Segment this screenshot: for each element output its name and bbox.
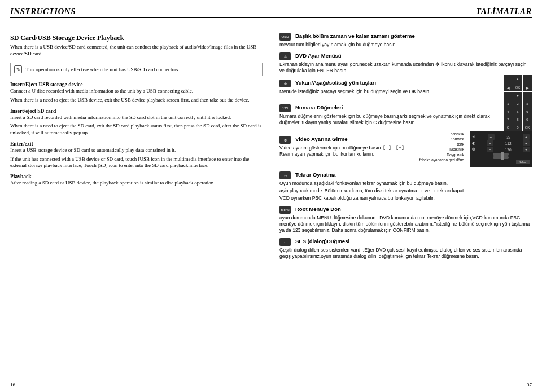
dpad-blank <box>523 92 532 100</box>
video-p: Video ayarını göstermek için bu düğmeye … <box>279 145 419 157</box>
dpad-left: ◀ <box>504 83 513 91</box>
dir-p: Menüde istediğiniz parçayı seçmek için b… <box>279 89 499 95</box>
dpad-up: ▲ <box>513 75 522 83</box>
minus-icon: − <box>487 147 493 152</box>
s3-title: Enter/exit <box>10 141 263 147</box>
s4-title: Playback <box>10 174 263 179</box>
vp-v2: 112 <box>505 142 512 146</box>
footer: 16 37 <box>10 382 532 387</box>
dpad-blank <box>504 75 513 83</box>
right-column: OSD Başlık,bölüm zaman ve kalan zamanı g… <box>279 28 532 382</box>
page-header: INSTRUCTIONS TALİMATLAR <box>10 7 532 18</box>
key-c: C <box>504 124 513 131</box>
s4-p1: After reading a SD card or USB device, t… <box>10 180 263 187</box>
key-ok: OK <box>523 124 532 131</box>
dpad-down: ▼ <box>513 92 522 100</box>
vp-contrast: Kontrast <box>419 136 464 142</box>
rep-p2: aşin playback mode: Bölüm tekrarlama, tü… <box>279 188 532 194</box>
key-3: 3 <box>523 100 532 108</box>
plus-icon: + <box>523 134 530 140</box>
dpad-blank <box>523 75 532 83</box>
content: SD Card/USB Storage Device Playback When… <box>10 28 532 382</box>
ses-entry: ♫ SES (dialog)Düğmesi <box>279 238 532 246</box>
left-title: SD Card/USB Storage Device Playback <box>10 34 263 42</box>
menu-icon: Menu <box>279 206 291 214</box>
num-entry: 123 Numara Düğmeleri <box>279 104 499 112</box>
s3-p1: Insert a USB storage device or SD card t… <box>10 147 263 154</box>
key-5: 5 <box>513 108 522 116</box>
numpad-widget: 123 456 789 C0OK <box>504 100 532 131</box>
dvd-p: Ekranan tıklayın ana menü ayarı görünece… <box>279 61 532 74</box>
vp-sharpness: Keskinlik <box>419 147 464 152</box>
key-8: 8 <box>513 116 522 124</box>
header-right: TALİMATLAR <box>476 7 532 16</box>
note-icon: ✎ <box>14 65 22 73</box>
left-intro: When there is a USB device/SD card conne… <box>10 44 263 57</box>
key-7: 7 <box>504 116 513 124</box>
vp-color: Renk <box>419 142 464 147</box>
video-entry: ✲ Video Ayarına Girme <box>279 136 419 144</box>
vp-brightness: parlaklık <box>419 131 464 136</box>
page-num-left: 16 <box>10 382 15 387</box>
num-row: 123 Numara Düğmeleri Numara düğmelerini … <box>279 100 532 131</box>
key-6: 6 <box>523 108 532 116</box>
key-1: 1 <box>504 100 513 108</box>
dvd-title: DVD Ayar Menüsü <box>295 52 342 59</box>
s2-p1: Insert a SD card recorded with media inf… <box>10 114 263 121</box>
key-2: 2 <box>513 100 522 108</box>
plus-icon: + <box>523 147 530 152</box>
osd-entry: OSD Başlık,bölüm zaman ve kalan zamanı g… <box>279 33 532 41</box>
dpad-blank <box>504 92 513 100</box>
osd-title: Başlık,bölüm zaman ve kalan zamanı göste… <box>295 33 415 39</box>
video-icon: ✲ <box>279 136 291 144</box>
vp-saturation: Doygunluk <box>419 152 464 157</box>
page-num-right: 37 <box>527 382 532 387</box>
osd-icon: OSD <box>279 33 291 41</box>
root-title: Root Menüye Dön <box>295 206 341 212</box>
osd-p: mevcut tüm bilgileri yayınlamak için bu … <box>279 42 532 48</box>
s2-p2: When there is a need to eject the SD car… <box>10 123 263 136</box>
contrast-icon: ◐ <box>472 141 475 146</box>
rep-p1: Oyun modunda aşağıdaki fonksyonları tekr… <box>279 180 532 187</box>
repeat-entry: ↻ Tekrar Oynatma <box>279 171 532 179</box>
minus-icon: − <box>487 140 493 146</box>
dpad-right: ▶ <box>523 83 532 91</box>
numpad-icon: 123 <box>279 104 291 112</box>
audio-icon: ♫ <box>279 238 291 246</box>
vp-v1: 32 <box>506 135 510 139</box>
dir-entry: ✥ Yukarı/Aşağı/sol/sağ yön tuşları <box>279 80 499 87</box>
dpad-ok: OK <box>513 83 522 91</box>
root-entry: Menu Root Menüye Dön <box>279 206 532 214</box>
vp-reset-label: fabrika ayarlarına geri döne <box>419 157 464 162</box>
reset-button: RESET <box>516 160 530 164</box>
s3-p2: If the unit has connected with a USB dev… <box>10 156 263 169</box>
video-panel: ☀−32+ ◐−112+ ❂−176+ RESET <box>470 131 532 167</box>
dir-row: ✥ Yukarı/Aşağı/sol/sağ yön tuşları Menüd… <box>279 75 532 100</box>
s1-p2: When there is a need to eject the USB de… <box>10 97 263 104</box>
sun-icon: ☀ <box>472 135 475 139</box>
note-box: ✎ This operation is only effective when … <box>10 63 263 76</box>
dpad-icon: ✥ <box>279 80 291 87</box>
root-p: oyun durumunda MENU düğmesine dokunun : … <box>279 215 532 234</box>
num-p: Numara düğmelerini göstermek için bu düğ… <box>279 113 499 126</box>
color-icon: ❂ <box>472 147 475 152</box>
repeat-icon: ↻ <box>279 171 291 179</box>
minus-icon: − <box>488 134 495 140</box>
s1-p1: Connect a U disc recorded with media inf… <box>10 88 263 95</box>
num-title: Numara Düğmeleri <box>295 104 343 111</box>
ses-p: Çeşitli dialog dilleri ses sistemleri va… <box>279 247 532 259</box>
key-4: 4 <box>504 108 513 116</box>
video-row: ✲ Video Ayarına Girme Video ayarını göst… <box>279 131 532 167</box>
video-title: Video Ayarına Girme <box>295 136 348 142</box>
s1-title: Insert/Eject USB storage device <box>10 82 263 87</box>
plus-icon: + <box>523 140 530 146</box>
ses-title: SES (dialog)Düğmesi <box>295 238 349 244</box>
key-0: 0 <box>513 124 522 131</box>
note-text: This operation is only effective when th… <box>25 67 180 72</box>
s2-title: Insert/eject SD card <box>10 108 263 114</box>
repeat-title: Tekrar Oynatma <box>295 171 336 178</box>
key-9: 9 <box>523 116 532 124</box>
dpad-widget: ▲ ◀ OK ▶ ▼ <box>504 75 532 100</box>
header-left: INSTRUCTIONS <box>10 7 76 16</box>
left-column: SD Card/USB Storage Device Playback When… <box>10 28 263 382</box>
